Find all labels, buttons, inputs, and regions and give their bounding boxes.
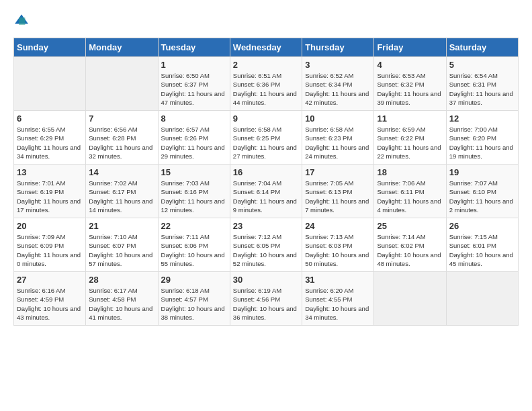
- calendar-cell: 18 Sunrise: 7:06 AMSunset: 6:11 PMDaylig…: [374, 165, 446, 218]
- day-number: 6: [17, 113, 83, 124]
- weekday-header-friday: Friday: [374, 38, 446, 57]
- calendar-cell: 7 Sunrise: 6:56 AMSunset: 6:28 PMDayligh…: [86, 111, 158, 165]
- day-number: 26: [449, 221, 515, 231]
- day-number: 31: [305, 275, 371, 285]
- day-detail: Sunrise: 6:50 AMSunset: 6:37 PMDaylight:…: [161, 72, 225, 106]
- day-detail: Sunrise: 6:55 AMSunset: 6:29 PMDaylight:…: [17, 126, 81, 160]
- calendar-week-row: 20 Sunrise: 7:09 AMSunset: 6:09 PMDaylig…: [14, 218, 519, 272]
- calendar-cell: 9 Sunrise: 6:58 AMSunset: 6:25 PMDayligh…: [230, 111, 302, 165]
- logo: [13, 13, 32, 27]
- calendar-cell: 5 Sunrise: 6:54 AMSunset: 6:31 PMDayligh…: [446, 57, 518, 111]
- day-number: 3: [305, 60, 371, 70]
- calendar-cell: [14, 57, 86, 111]
- day-number: 8: [161, 113, 227, 124]
- day-detail: Sunrise: 7:09 AMSunset: 6:09 PMDaylight:…: [17, 233, 81, 267]
- calendar-cell: 1 Sunrise: 6:50 AMSunset: 6:37 PMDayligh…: [158, 57, 230, 111]
- calendar-cell: 23 Sunrise: 7:12 AMSunset: 6:05 PMDaylig…: [230, 218, 302, 272]
- weekday-header-sunday: Sunday: [14, 38, 86, 57]
- day-number: 24: [305, 221, 371, 231]
- calendar-cell: [446, 272, 518, 326]
- day-number: 11: [377, 113, 443, 124]
- day-number: 25: [377, 221, 443, 231]
- calendar-cell: 12 Sunrise: 7:00 AMSunset: 6:20 PMDaylig…: [446, 111, 518, 165]
- day-detail: Sunrise: 6:52 AMSunset: 6:34 PMDaylight:…: [305, 72, 369, 106]
- calendar-cell: 11 Sunrise: 6:59 AMSunset: 6:22 PMDaylig…: [374, 111, 446, 165]
- svg-marker-1: [19, 17, 25, 25]
- day-number: 28: [89, 275, 154, 285]
- weekday-header-saturday: Saturday: [446, 38, 518, 57]
- day-detail: Sunrise: 6:59 AMSunset: 6:22 PMDaylight:…: [377, 126, 441, 160]
- calendar-cell: 16 Sunrise: 7:04 AMSunset: 6:14 PMDaylig…: [230, 165, 302, 218]
- day-number: 5: [449, 60, 515, 70]
- calendar-cell: 13 Sunrise: 7:01 AMSunset: 6:19 PMDaylig…: [14, 165, 86, 218]
- calendar-cell: 4 Sunrise: 6:53 AMSunset: 6:32 PMDayligh…: [374, 57, 446, 111]
- weekday-header-monday: Monday: [86, 38, 158, 57]
- calendar-cell: 20 Sunrise: 7:09 AMSunset: 6:09 PMDaylig…: [14, 218, 86, 272]
- day-number: 12: [449, 113, 515, 124]
- day-number: 4: [377, 60, 443, 70]
- day-detail: Sunrise: 6:18 AMSunset: 4:57 PMDaylight:…: [161, 287, 225, 321]
- calendar-cell: 2 Sunrise: 6:51 AMSunset: 6:36 PMDayligh…: [230, 57, 302, 111]
- day-number: 15: [161, 167, 227, 177]
- day-number: 17: [305, 167, 371, 177]
- calendar-cell: 31 Sunrise: 6:20 AMSunset: 4:55 PMDaylig…: [302, 272, 374, 326]
- day-detail: Sunrise: 6:51 AMSunset: 6:36 PMDaylight:…: [233, 72, 297, 106]
- day-number: 10: [305, 113, 371, 124]
- day-detail: Sunrise: 7:05 AMSunset: 6:13 PMDaylight:…: [305, 179, 369, 214]
- day-detail: Sunrise: 6:19 AMSunset: 4:56 PMDaylight:…: [233, 287, 297, 321]
- calendar-cell: [374, 272, 446, 326]
- day-number: 9: [233, 113, 299, 124]
- day-number: 27: [17, 275, 83, 285]
- day-number: 13: [17, 167, 83, 177]
- day-detail: Sunrise: 7:15 AMSunset: 6:01 PMDaylight:…: [449, 233, 513, 267]
- calendar-cell: 22 Sunrise: 7:11 AMSunset: 6:06 PMDaylig…: [158, 218, 230, 272]
- calendar-cell: 14 Sunrise: 7:02 AMSunset: 6:17 PMDaylig…: [86, 165, 158, 218]
- calendar-cell: 30 Sunrise: 6:19 AMSunset: 4:56 PMDaylig…: [230, 272, 302, 326]
- calendar-cell: 15 Sunrise: 7:03 AMSunset: 6:16 PMDaylig…: [158, 165, 230, 218]
- calendar-cell: 27 Sunrise: 6:16 AMSunset: 4:59 PMDaylig…: [14, 272, 86, 326]
- day-detail: Sunrise: 7:02 AMSunset: 6:17 PMDaylight:…: [89, 179, 152, 214]
- day-number: 30: [233, 275, 299, 285]
- day-number: 20: [17, 221, 83, 231]
- calendar-cell: 6 Sunrise: 6:55 AMSunset: 6:29 PMDayligh…: [14, 111, 86, 165]
- calendar-cell: 10 Sunrise: 6:58 AMSunset: 6:23 PMDaylig…: [302, 111, 374, 165]
- day-number: 29: [161, 275, 227, 285]
- day-number: 2: [233, 60, 299, 70]
- day-number: 14: [89, 167, 154, 177]
- day-detail: Sunrise: 6:17 AMSunset: 4:58 PMDaylight:…: [89, 287, 152, 321]
- day-detail: Sunrise: 6:54 AMSunset: 6:31 PMDaylight:…: [449, 72, 513, 106]
- weekday-header-tuesday: Tuesday: [158, 38, 230, 57]
- page-header: [13, 13, 519, 27]
- day-number: 1: [161, 60, 227, 70]
- day-detail: Sunrise: 6:56 AMSunset: 6:28 PMDaylight:…: [89, 126, 152, 160]
- day-detail: Sunrise: 6:57 AMSunset: 6:26 PMDaylight:…: [161, 126, 225, 160]
- calendar-cell: 8 Sunrise: 6:57 AMSunset: 6:26 PMDayligh…: [158, 111, 230, 165]
- day-detail: Sunrise: 6:58 AMSunset: 6:23 PMDaylight:…: [305, 126, 369, 160]
- calendar-cell: 3 Sunrise: 6:52 AMSunset: 6:34 PMDayligh…: [302, 57, 374, 111]
- day-detail: Sunrise: 6:20 AMSunset: 4:55 PMDaylight:…: [305, 287, 369, 321]
- calendar-cell: 25 Sunrise: 7:14 AMSunset: 6:02 PMDaylig…: [374, 218, 446, 272]
- day-detail: Sunrise: 7:07 AMSunset: 6:10 PMDaylight:…: [449, 179, 513, 214]
- weekday-header-wednesday: Wednesday: [230, 38, 302, 57]
- day-detail: Sunrise: 7:13 AMSunset: 6:03 PMDaylight:…: [305, 233, 369, 267]
- calendar-cell: 28 Sunrise: 6:17 AMSunset: 4:58 PMDaylig…: [86, 272, 158, 326]
- day-detail: Sunrise: 7:03 AMSunset: 6:16 PMDaylight:…: [161, 179, 225, 214]
- day-detail: Sunrise: 7:10 AMSunset: 6:07 PMDaylight:…: [89, 233, 152, 267]
- calendar-cell: 29 Sunrise: 6:18 AMSunset: 4:57 PMDaylig…: [158, 272, 230, 326]
- calendar-cell: [86, 57, 158, 111]
- day-detail: Sunrise: 7:11 AMSunset: 6:06 PMDaylight:…: [161, 233, 225, 267]
- calendar-week-row: 6 Sunrise: 6:55 AMSunset: 6:29 PMDayligh…: [14, 111, 519, 165]
- day-detail: Sunrise: 7:00 AMSunset: 6:20 PMDaylight:…: [449, 126, 513, 160]
- day-detail: Sunrise: 6:16 AMSunset: 4:59 PMDaylight:…: [17, 287, 81, 321]
- weekday-header-thursday: Thursday: [302, 38, 374, 57]
- day-detail: Sunrise: 7:01 AMSunset: 6:19 PMDaylight:…: [17, 179, 81, 214]
- day-number: 19: [449, 167, 515, 177]
- calendar-week-row: 27 Sunrise: 6:16 AMSunset: 4:59 PMDaylig…: [14, 272, 519, 326]
- day-detail: Sunrise: 7:06 AMSunset: 6:11 PMDaylight:…: [377, 179, 441, 214]
- calendar-cell: 21 Sunrise: 7:10 AMSunset: 6:07 PMDaylig…: [86, 218, 158, 272]
- day-number: 21: [89, 221, 154, 231]
- calendar-week-row: 1 Sunrise: 6:50 AMSunset: 6:37 PMDayligh…: [14, 57, 519, 111]
- calendar-cell: 17 Sunrise: 7:05 AMSunset: 6:13 PMDaylig…: [302, 165, 374, 218]
- day-number: 7: [89, 113, 154, 124]
- day-number: 22: [161, 221, 227, 231]
